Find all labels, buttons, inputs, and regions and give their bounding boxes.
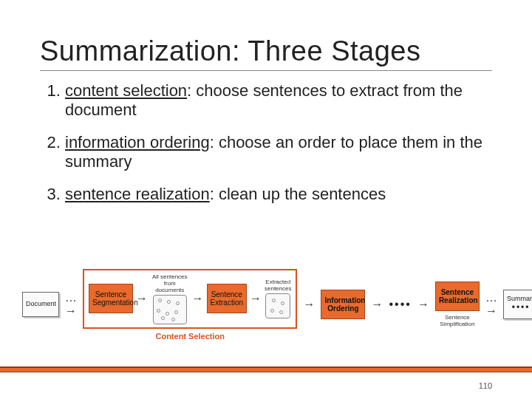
content-selection-group: Sentence Segmentation → All sentences fr… [83,269,297,341]
slide: Summarization: Three Stages content sele… [0,0,532,399]
list-item: information ordering: choose an order to… [65,133,492,171]
document-box: Document [22,292,59,317]
pipeline-diagram: Document …→ Sentence Segmentation → All … [22,259,510,350]
content-selection-label: Content Selection [155,332,225,341]
desc: : clean up the sentences [210,185,386,203]
caption-extracted-sentences: Extracted sentences [265,279,291,292]
arrow-icon: → [136,292,148,305]
caption-all-sentences: All sentences from documents [151,273,189,293]
cs-container: Sentence Segmentation → All sentences fr… [83,269,297,329]
arrow-icon: → [303,298,315,311]
sentence-cloud-icon [153,295,187,324]
summary-box: Summary •••• [503,290,532,319]
cs-row: Sentence Segmentation → All sentences fr… [89,273,291,324]
arrow-icon: → [417,298,429,311]
arrow-icon: → [250,292,262,305]
slide-title: Summarization: Three Stages [40,35,492,71]
realization-col: Sentence Realization Sentence Simplifica… [435,282,480,327]
term: sentence realization [65,185,210,203]
term: content selection [65,81,187,100]
arrow-icon: → [192,292,204,305]
sentence-segmentation-box: Sentence Segmentation [89,284,133,313]
sentence-cloud-icon [265,293,290,318]
extracted-sentences-col: Extracted sentences [265,279,291,318]
information-ordering-box: Information Ordering [321,290,365,319]
bullet-list: content selection: choose sentences to e… [40,81,492,204]
all-sentences-col: All sentences from documents [151,273,189,324]
page-number: 110 [479,381,492,390]
list-item: sentence realization: clean up the sente… [65,185,492,204]
sentence-realization-box: Sentence Realization [435,282,480,311]
arrow-icon: → [371,298,383,311]
arrow-icon: …→ [485,291,497,318]
arrow-icon: …→ [65,291,77,318]
sentence-simplification-label: Sentence Simplification [435,314,480,327]
dots-icon: •••• [389,298,411,311]
sentence-extraction-box: Sentence Extraction [207,284,247,313]
dots-icon: •••• [507,303,532,313]
dots-col: •••• [389,298,411,311]
footer-accent-bar [0,366,532,372]
term: information ordering [65,133,210,151]
list-item: content selection: choose sentences to e… [65,81,492,120]
